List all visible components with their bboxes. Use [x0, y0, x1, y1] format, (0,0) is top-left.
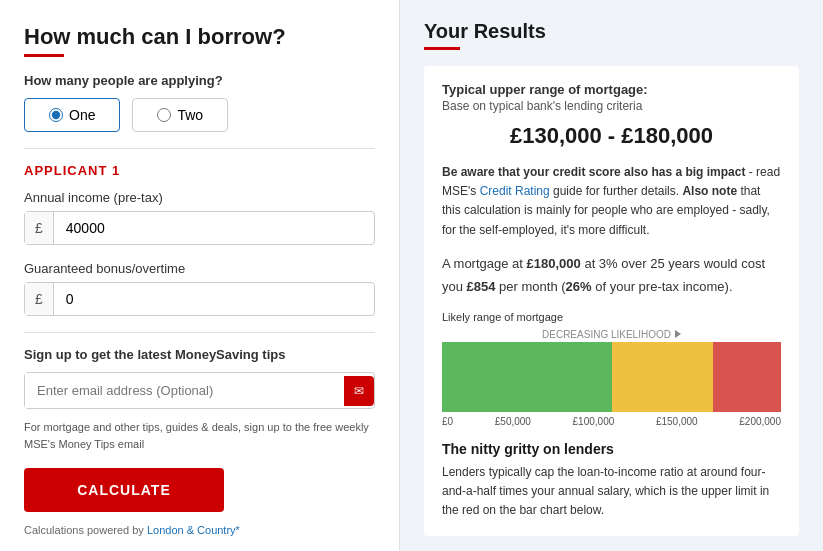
- email-icon[interactable]: ✉: [344, 376, 374, 406]
- income-currency-symbol: £: [25, 212, 54, 244]
- radio-one-input[interactable]: [49, 108, 63, 122]
- email-note: For mortgage and other tips, guides & de…: [24, 419, 375, 452]
- applicant-section-label: APPLICANT 1: [24, 163, 375, 178]
- chart-container: DECREASING LIKELIHOOD £0 £50,000 £100,00…: [442, 329, 781, 427]
- radio-two[interactable]: Two: [132, 98, 228, 132]
- applicants-label: How many people are applying?: [24, 73, 375, 88]
- powered-link[interactable]: London & Country*: [147, 524, 240, 536]
- nitty-title: The nitty gritty on lenders: [442, 441, 781, 457]
- bonus-input-group: £: [24, 282, 375, 316]
- chart-axis: £0 £50,000 £100,000 £150,000 £200,000: [442, 416, 781, 427]
- income-label: Annual income (pre-tax): [24, 190, 375, 205]
- axis-100k: £100,000: [573, 416, 615, 427]
- page-title: How much can I borrow?: [24, 24, 375, 50]
- email-input-group: ✉: [24, 372, 375, 409]
- decreasing-label: DECREASING LIKELIHOOD: [442, 329, 781, 340]
- arrow-right-icon: [675, 330, 681, 338]
- axis-0: £0: [442, 416, 453, 427]
- calculate-button[interactable]: CALCULATE: [24, 468, 224, 512]
- radio-one[interactable]: One: [24, 98, 120, 132]
- radio-two-input[interactable]: [157, 108, 171, 122]
- bar-red: [713, 342, 781, 412]
- info-bold-1: Be aware that your credit score also has…: [442, 165, 745, 179]
- bonus-currency-symbol: £: [25, 283, 54, 315]
- bonus-input[interactable]: [54, 283, 374, 315]
- info-bold-2: Also note: [682, 184, 737, 198]
- info-text: Be aware that your credit score also has…: [442, 163, 781, 240]
- mortgage-range: £130,000 - £180,000: [442, 123, 781, 149]
- bonus-label: Guaranteed bonus/overtime: [24, 261, 375, 276]
- bar-chart: [442, 342, 781, 412]
- typical-sub: Base on typical bank's lending criteria: [442, 99, 781, 113]
- chart-label: Likely range of mortgage: [442, 311, 781, 323]
- income-input[interactable]: [54, 212, 374, 244]
- income-input-group: £: [24, 211, 375, 245]
- results-card: Typical upper range of mortgage: Base on…: [424, 66, 799, 536]
- results-title: Your Results: [424, 20, 799, 43]
- nitty-text: Lenders typically cap the loan-to-income…: [442, 463, 781, 521]
- radio-group: One Two: [24, 98, 375, 132]
- email-section-label: Sign up to get the latest MoneySaving ti…: [24, 347, 375, 362]
- monthly-pct: 26%: [566, 279, 592, 294]
- bar-green: [442, 342, 612, 412]
- monthly-text: A mortgage at £180,000 at 3% over 25 yea…: [442, 252, 781, 299]
- credit-rating-link[interactable]: Credit Rating: [480, 184, 550, 198]
- email-input[interactable]: [25, 373, 344, 408]
- bar-yellow: [612, 342, 714, 412]
- divider-2: [24, 332, 375, 333]
- typical-label: Typical upper range of mortgage:: [442, 82, 781, 97]
- monthly-cost: £854: [467, 279, 496, 294]
- title-underline: [24, 54, 64, 57]
- right-panel: Your Results Typical upper range of mort…: [400, 0, 823, 551]
- results-underline: [424, 47, 460, 50]
- divider-1: [24, 148, 375, 149]
- left-panel: How much can I borrow? How many people a…: [0, 0, 400, 551]
- axis-50k: £50,000: [495, 416, 531, 427]
- axis-200k: £200,000: [739, 416, 781, 427]
- powered-by: Calculations powered by London & Country…: [24, 524, 375, 536]
- axis-150k: £150,000: [656, 416, 698, 427]
- monthly-amount: £180,000: [527, 256, 581, 271]
